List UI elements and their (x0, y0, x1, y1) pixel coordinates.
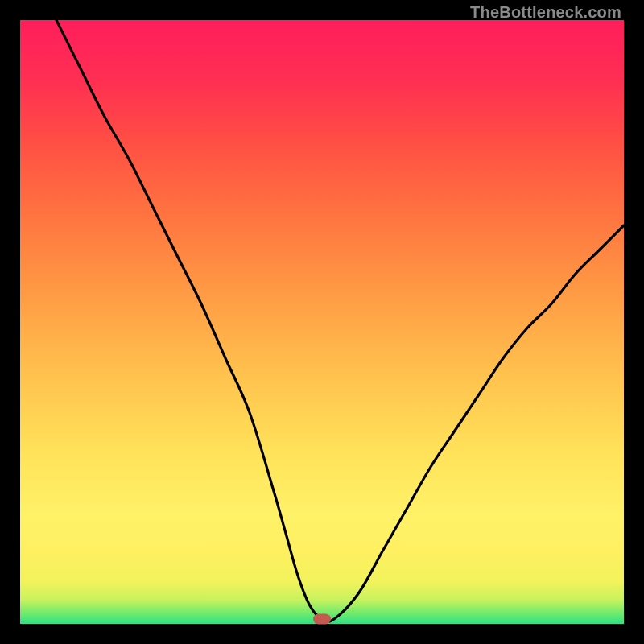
watermark-text: TheBottleneck.com (470, 3, 621, 22)
chart-frame: TheBottleneck.com (0, 0, 644, 644)
bottleneck-curve (20, 20, 624, 624)
plot-area (20, 20, 624, 624)
optimum-marker (313, 614, 331, 625)
